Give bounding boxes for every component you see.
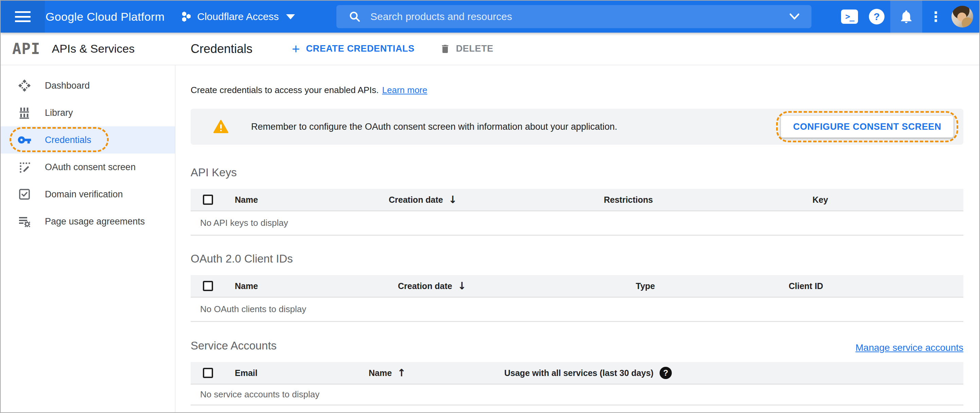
page-toolbar: Credentials + CREATE CREDENTIALS DELETE xyxy=(175,42,493,56)
plus-icon: + xyxy=(292,42,300,56)
sidebar-item-page-usage-agreements[interactable]: Page usage agreements xyxy=(1,208,175,235)
usage-help-icon[interactable]: ? xyxy=(660,367,672,379)
consent-warning-banner: Remember to configure the OAuth consent … xyxy=(191,109,963,145)
menu-zone xyxy=(1,1,45,33)
topbar-actions: >_ ? ⋮ xyxy=(836,1,978,33)
service-accounts-empty-state: No service accounts to display xyxy=(191,384,963,405)
column-header-name: Name xyxy=(222,281,398,291)
sidebar-item-label: Page usage agreements xyxy=(45,216,145,227)
checkbox-check-icon xyxy=(17,187,32,202)
service-title[interactable]: APIs & Services xyxy=(52,42,135,56)
sidebar-item-label: Domain verification xyxy=(45,189,123,200)
delete-button[interactable]: DELETE xyxy=(440,43,493,55)
project-name: Cloudflare Access xyxy=(197,11,278,22)
sidebar-item-label: Dashboard xyxy=(45,81,90,91)
search-bar[interactable] xyxy=(336,5,811,28)
column-header-client-id: Client ID xyxy=(789,281,963,291)
oauth-clients-table-header: Name Creation date ↓ Type Client ID xyxy=(191,275,963,297)
trash-icon xyxy=(440,43,450,55)
section-title-api-keys: API Keys xyxy=(191,165,963,180)
banner-message: Remember to configure the OAuth consent … xyxy=(251,122,617,132)
sidebar-item-credentials[interactable]: Credentials xyxy=(1,126,175,154)
manage-service-accounts-link[interactable]: Manage service accounts xyxy=(855,342,963,353)
project-icon xyxy=(180,11,192,22)
section-title-oauth-clients: OAuth 2.0 Client IDs xyxy=(191,251,963,266)
column-header-name[interactable]: Name ↑ xyxy=(369,368,504,378)
cloud-shell-button[interactable]: >_ xyxy=(836,1,863,33)
column-header-creation-date[interactable]: Creation date ↓ xyxy=(398,281,636,291)
project-dropdown-icon xyxy=(286,14,295,19)
dashboard-icon xyxy=(17,78,32,93)
section-title-service-accounts: Service Accounts xyxy=(191,338,277,353)
main-content: Create credentials to access your enable… xyxy=(175,65,979,413)
sort-asc-icon: ↑ xyxy=(397,368,406,378)
learn-more-link[interactable]: Learn more xyxy=(382,85,428,95)
api-logo: API xyxy=(12,40,40,57)
sidebar: Dashboard Library xyxy=(1,65,175,413)
select-all-checkbox[interactable] xyxy=(203,195,213,205)
search-icon xyxy=(348,11,361,23)
help-button[interactable]: ? xyxy=(863,1,890,33)
configure-consent-screen-button[interactable]: CONFIGURE CONSENT SCREEN xyxy=(781,116,953,138)
sort-desc-icon: ↓ xyxy=(458,281,466,291)
warning-triangle-icon xyxy=(213,119,229,134)
consent-screen-icon xyxy=(17,160,32,175)
sidebar-item-label: Credentials xyxy=(45,135,91,145)
help-icon: ? xyxy=(869,9,885,24)
more-options-button[interactable]: ⋮ xyxy=(922,1,950,33)
page-title: Credentials xyxy=(191,42,253,56)
service-accounts-table-header: Email Name ↑ Usage with all services (la… xyxy=(191,362,963,384)
bell-icon xyxy=(899,9,914,24)
create-credentials-button[interactable]: + CREATE CREDENTIALS xyxy=(292,42,415,56)
sidebar-item-domain-verification[interactable]: Domain verification xyxy=(1,181,175,208)
api-keys-table-header: Name Creation date ↓ Restrictions Key xyxy=(191,189,963,211)
select-all-checkbox[interactable] xyxy=(203,368,213,378)
sidebar-item-label: Library xyxy=(45,108,73,118)
sort-desc-icon: ↓ xyxy=(449,195,457,205)
gcp-console: Google Cloud Platform Cloudflare Access … xyxy=(0,0,980,413)
search-expand-chevron-icon[interactable] xyxy=(788,12,801,21)
column-header-key: Key xyxy=(813,195,963,205)
sidebar-item-dashboard[interactable]: Dashboard xyxy=(1,72,175,99)
api-keys-empty-state: No API keys to display xyxy=(191,211,963,236)
library-icon xyxy=(17,105,32,120)
hamburger-menu-icon[interactable] xyxy=(15,11,30,22)
column-header-restrictions: Restrictions xyxy=(604,195,813,205)
column-header-type: Type xyxy=(636,281,789,291)
terminal-icon: >_ xyxy=(841,10,858,24)
column-header-name: Name xyxy=(222,195,389,205)
key-icon xyxy=(17,132,32,148)
list-gear-icon xyxy=(17,214,32,229)
column-header-usage: Usage with all services (last 30 days) ? xyxy=(504,367,963,379)
app-header: API APIs & Services Credentials + CREATE… xyxy=(1,33,979,65)
select-all-checkbox[interactable] xyxy=(203,281,213,291)
oauth-clients-empty-state: No OAuth clients to display xyxy=(191,297,963,322)
product-logo[interactable]: Google Cloud Platform xyxy=(46,10,164,24)
kebab-icon: ⋮ xyxy=(929,10,943,24)
service-header: API APIs & Services xyxy=(1,40,175,57)
column-header-email: Email xyxy=(222,368,369,378)
project-selector[interactable]: Cloudflare Access xyxy=(180,11,295,22)
top-navigation-bar: Google Cloud Platform Cloudflare Access … xyxy=(1,1,979,33)
user-avatar[interactable] xyxy=(951,6,973,27)
column-header-creation-date[interactable]: Creation date ↓ xyxy=(389,195,604,205)
sidebar-item-oauth-consent-screen[interactable]: OAuth consent screen xyxy=(1,154,175,181)
sidebar-item-library[interactable]: Library xyxy=(1,99,175,126)
notifications-button[interactable] xyxy=(890,1,922,33)
sidebar-item-label: OAuth consent screen xyxy=(45,162,135,173)
search-input[interactable] xyxy=(370,11,788,23)
intro-text: Create credentials to access your enable… xyxy=(191,85,379,95)
